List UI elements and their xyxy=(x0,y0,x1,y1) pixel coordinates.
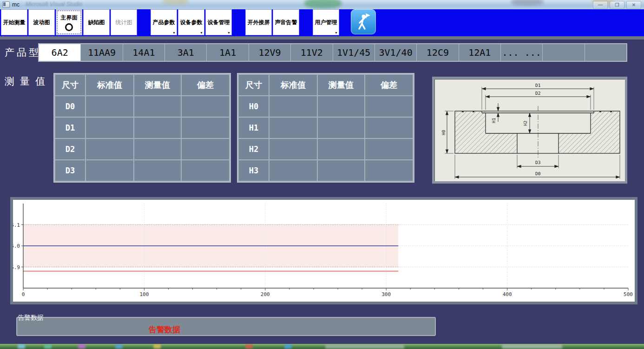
view-group: 开始测量波动图主界面缺陷图统计图 xyxy=(1,9,137,35)
desktop-ghost-blob xyxy=(163,0,188,5)
taskbar-icon xyxy=(245,344,253,349)
dropdown-arrow-icon: ▼ xyxy=(172,31,176,34)
toolbar-bottom-strip xyxy=(0,36,644,40)
toolbar-button-defect-chart[interactable]: 缺陷图 xyxy=(83,9,110,35)
deviation-cell xyxy=(365,160,413,181)
model-tab-12v9[interactable]: 12V9 xyxy=(249,44,291,61)
background-window-ghost-text: Microsoft Visual Studio xyxy=(26,1,82,7)
toolbar: 开始测量波动图主界面缺陷图统计图产品参数▼设备参数▼设备管理▼开外接屏声音告警用… xyxy=(0,9,644,36)
toolbar-button-user-management[interactable]: 用户管理▼ xyxy=(313,9,339,35)
model-tab-1a1[interactable]: 1A1 xyxy=(206,44,249,61)
taskbar xyxy=(0,344,644,349)
model-tab-3v1-40[interactable]: 3V1/40 xyxy=(375,44,417,61)
toolbar-button-label: 波动图 xyxy=(33,19,50,26)
model-tab-12c9[interactable]: 12C9 xyxy=(416,44,459,61)
model-tab-strip: 6A211AA914A13A11A112V911V21V1/453V1/4012… xyxy=(38,43,627,62)
model-tab-more[interactable]: ... ... xyxy=(500,44,543,61)
standard-value-cell xyxy=(269,118,317,138)
alarm-data-panel: 告警数据 xyxy=(16,317,436,336)
model-tab-11v2[interactable]: 11V2 xyxy=(290,44,333,61)
model-tab-6a2[interactable]: 6A2 xyxy=(39,44,81,61)
measured-value-cell xyxy=(134,139,181,159)
table-row: H2 xyxy=(239,139,413,159)
toolbar-button-sound-alarm[interactable]: 声音告警 xyxy=(273,9,299,35)
model-tab-empty-1[interactable] xyxy=(542,44,585,61)
column-header: 偏差 xyxy=(182,75,229,95)
alarm-message: 告警数据 xyxy=(149,324,180,335)
toolbar-button-label: 开外接屏 xyxy=(248,19,270,26)
toolbar-button-label: 统计图 xyxy=(116,19,132,26)
toolbar-button-label: 产品参数 xyxy=(153,19,175,26)
y-tick-label: 5.9 xyxy=(13,264,20,270)
model-tab-14a1[interactable]: 14A1 xyxy=(123,44,165,61)
standard-value-cell xyxy=(269,139,317,159)
walking-person-flag-glyph xyxy=(354,13,373,31)
app-icon xyxy=(2,1,10,8)
standard-value-cell xyxy=(86,96,133,117)
dimension-label-cell: H2 xyxy=(239,139,269,159)
x-tick-label: 200 xyxy=(261,291,270,297)
table-row: D3 xyxy=(55,160,229,181)
toolbar-group-gap xyxy=(137,9,151,34)
dim-label-d3: D3 xyxy=(535,160,540,165)
x-tick-label: 400 xyxy=(503,291,512,297)
y-tick-label: 6.0 xyxy=(13,243,20,249)
toolbar-button-device-management[interactable]: 设备管理▼ xyxy=(205,9,232,35)
x-tick-label: 300 xyxy=(381,291,391,297)
toolbar-button-label: 用户管理 xyxy=(315,19,337,26)
toolbar-group-gap xyxy=(299,9,313,34)
column-header: 偏差 xyxy=(365,75,413,95)
toolbar-button-start-measurement[interactable]: 开始测量 xyxy=(1,9,27,35)
toolbar-button-label: 设备参数 xyxy=(180,19,203,26)
desktop-ghost-blob xyxy=(304,0,342,8)
x-tick-label: 100 xyxy=(139,291,149,297)
dropdown-arrow-icon: ▼ xyxy=(335,31,338,34)
window-title: mc xyxy=(12,1,20,8)
dim-label-h2: H2 xyxy=(523,121,528,126)
column-header: 标准值 xyxy=(86,75,133,95)
column-header: 标准值 xyxy=(269,75,317,95)
dimension-label-cell: H0 xyxy=(239,96,269,117)
toolbar-button-fluctuation-chart[interactable]: 波动图 xyxy=(28,9,55,35)
model-tab-12a1[interactable]: 12A1 xyxy=(459,44,501,61)
taskbar-icon xyxy=(18,344,25,349)
toolbar-button-statistics-chart[interactable]: 统计图 xyxy=(111,9,137,35)
taskbar-icon xyxy=(44,344,52,349)
model-tab-11aa9[interactable]: 11AA9 xyxy=(80,44,123,61)
model-tab-3a1[interactable]: 3A1 xyxy=(164,44,207,61)
toolbar-button-product-params[interactable]: 产品参数▼ xyxy=(151,9,177,35)
deviation-cell xyxy=(365,96,413,117)
model-tab-empty-2[interactable] xyxy=(585,44,627,61)
restore-button[interactable]: ❐ xyxy=(610,1,624,9)
standard-value-cell xyxy=(86,139,133,159)
toolbar-button-main-screen[interactable]: 主界面 xyxy=(56,9,82,35)
taskbar-icon xyxy=(502,344,562,349)
table-row: D2 xyxy=(55,139,229,159)
close-button[interactable]: ✕ xyxy=(626,1,641,9)
measured-value-cell xyxy=(318,139,364,159)
toolbar-group-gap xyxy=(232,9,245,34)
dimension-label-cell: H3 xyxy=(239,160,269,181)
standard-value-cell xyxy=(86,118,133,138)
standard-value-cell xyxy=(269,96,317,117)
column-header: 尺寸 xyxy=(239,75,269,95)
y-tick-label: 6.1 xyxy=(13,222,20,228)
user-group: 用户管理▼ xyxy=(313,9,339,35)
deviation-cell xyxy=(182,96,229,117)
table-row: H1 xyxy=(239,118,413,138)
measured-value-cell xyxy=(134,118,181,138)
minimize-button[interactable]: — xyxy=(593,1,608,9)
x-tick-label: 0 xyxy=(22,291,25,297)
wheel-cross-section-drawing: D1 D2 H0 H1 H2 D3 D0 xyxy=(434,79,625,181)
dimension-label-cell: D3 xyxy=(55,160,85,181)
walking-person-flag-icon[interactable] xyxy=(351,9,376,34)
dim-label-d0: D0 xyxy=(535,171,541,176)
deviation-cell xyxy=(182,139,229,159)
dimension-label-cell: D0 xyxy=(55,96,85,117)
toolbar-button-open-external-screen[interactable]: 开外接屏 xyxy=(245,9,272,35)
model-tab-1v1-45[interactable]: 1V1/45 xyxy=(333,44,375,61)
deviation-cell xyxy=(365,139,413,159)
table-row: D0 xyxy=(55,96,229,117)
dim-label-d2: D2 xyxy=(535,91,540,96)
toolbar-button-device-params[interactable]: 设备参数▼ xyxy=(178,9,204,35)
